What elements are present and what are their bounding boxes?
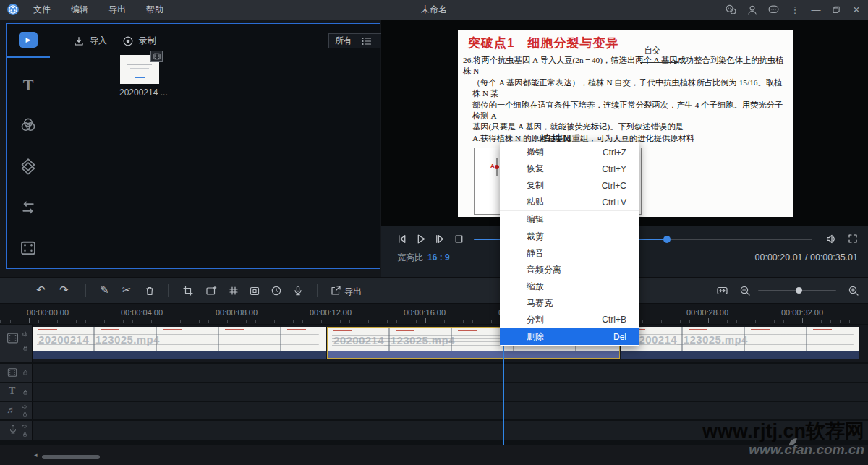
menu-export[interactable]: 导出 — [98, 4, 136, 16]
mosaic-icon[interactable] — [228, 285, 239, 297]
ruler-label: 00:00:00.00 — [24, 308, 72, 317]
volume-icon[interactable] — [825, 233, 838, 245]
freeze-frame-icon[interactable] — [249, 285, 260, 297]
menu-item-edit[interactable]: 编辑 — [500, 210, 639, 228]
menu-item-copy[interactable]: 复制Ctrl+C — [500, 177, 639, 194]
tab-text[interactable]: T — [7, 76, 50, 95]
menu-item-redo[interactable]: 恢复Ctrl+Y — [500, 161, 639, 177]
menu-item-mute[interactable]: 静音 — [500, 245, 639, 262]
stop-button[interactable] — [453, 233, 465, 245]
context-menu: 撤销Ctrl+Z 恢复Ctrl+Y 复制Ctrl+C 粘贴Ctrl+V 编辑 裁… — [500, 142, 639, 346]
menu-edit[interactable]: 编辑 — [61, 4, 98, 16]
menu-item-mosaic[interactable]: 马赛克 — [500, 295, 639, 312]
user-account-icon[interactable] — [746, 4, 758, 16]
timeline-zoom-handle[interactable] — [796, 287, 802, 294]
scroll-left-arrow[interactable]: ◂ — [34, 451, 38, 458]
track-lock-icon[interactable] — [22, 411, 28, 417]
track-mute-icon[interactable] — [22, 330, 29, 338]
timeline-toolbar: ↶ ↷ ✎ ✂ 导出 — [0, 277, 868, 304]
track-mute-icon[interactable] — [22, 404, 28, 410]
export-button[interactable]: 导出 — [344, 286, 362, 298]
ruler-label: 00:00:32.00 — [778, 308, 826, 317]
media-item-name: 20200214 ... — [119, 88, 168, 98]
menu-item-paste[interactable]: 粘贴Ctrl+V — [500, 194, 639, 210]
tab-filters[interactable] — [7, 116, 50, 132]
wechat-icon[interactable] — [725, 4, 737, 16]
filters-icon — [20, 116, 36, 132]
text-track[interactable]: T — [0, 383, 868, 401]
horizontal-scrollbar-thumb[interactable] — [42, 455, 100, 459]
minimize-button[interactable]: — — [810, 4, 822, 15]
app-logo-icon — [7, 3, 20, 16]
next-frame-button[interactable] — [433, 233, 446, 245]
fullscreen-icon[interactable] — [847, 233, 859, 244]
diagram-selfcross-label: 自交 — [644, 45, 660, 56]
transitions-icon — [20, 200, 37, 216]
timeline-ruler[interactable]: 00:00:00.00 00:00:04.00 00:00:08.00 00:0… — [0, 304, 868, 324]
zoom-out-icon[interactable] — [739, 285, 751, 297]
track-lock-icon[interactable] — [22, 369, 29, 376]
clip-filename: 20200214_123025.mp4 — [38, 333, 160, 346]
overlay-track[interactable] — [0, 364, 868, 382]
menu-item-crop[interactable]: 裁剪 — [500, 228, 639, 244]
list-view-icon[interactable] — [361, 35, 373, 47]
redo-icon[interactable]: ↷ — [59, 283, 69, 297]
track-mute-icon[interactable] — [22, 423, 28, 430]
voiceover-track-header — [0, 421, 33, 440]
text-track-icon: T — [9, 385, 15, 397]
menu-item-zoom[interactable]: 缩放 — [500, 278, 639, 295]
aspect-ratio-value[interactable]: 16 : 9 — [427, 252, 450, 263]
music-track-header: ♬ — [0, 402, 33, 419]
undo-icon[interactable]: ↶ — [36, 283, 46, 297]
elements-icon — [20, 239, 37, 257]
track-lock-icon[interactable] — [22, 388, 29, 396]
tab-media[interactable]: ▶ — [7, 24, 50, 58]
doc-heading: 突破点1 细胞分裂与变异 — [468, 35, 618, 51]
fit-timeline-icon[interactable] — [716, 285, 728, 297]
ruler-label: 00:00:28.00 — [684, 308, 731, 317]
seek-handle[interactable] — [663, 236, 671, 243]
duration-clock-icon[interactable] — [271, 285, 282, 297]
cut-scissors-icon[interactable]: ✂ — [122, 283, 132, 297]
menu-item-delete[interactable]: 删除Del — [500, 328, 639, 345]
media-item-badge-icon — [150, 51, 163, 62]
tab-elements[interactable] — [7, 239, 50, 257]
crop-icon[interactable] — [182, 285, 194, 297]
more-menu-icon[interactable]: ⋮ — [789, 4, 801, 15]
maximize-button[interactable] — [831, 4, 841, 15]
video-editor-window: 文件 编辑 导出 帮助 未命名 ⋮ — ✕ ▶ T — [0, 0, 868, 465]
video-track-icon — [7, 332, 19, 344]
close-button[interactable]: ✕ — [851, 4, 862, 15]
export-icon[interactable] — [330, 285, 341, 297]
record-button[interactable]: 录制 — [122, 35, 156, 47]
menu-item-undo[interactable]: 撤销Ctrl+Z — [500, 144, 639, 161]
track-lock-icon[interactable] — [22, 431, 28, 438]
voiceover-mic-icon[interactable] — [292, 285, 304, 297]
menu-file[interactable]: 文件 — [23, 4, 61, 16]
menu-item-split[interactable]: 分割Ctrl+B — [500, 312, 639, 328]
timeline-clip-1[interactable]: 20200214_123025.mp4 — [33, 327, 326, 359]
previous-frame-button[interactable] — [396, 233, 408, 245]
track-lock-icon[interactable] — [22, 344, 29, 351]
music-track[interactable]: ♬ — [0, 402, 868, 419]
zoom-region-icon[interactable] — [205, 285, 217, 297]
video-track: 20200214_123025.mp4 20200214_123025.mp4 … — [0, 325, 868, 362]
overlay-track-header — [0, 364, 33, 382]
aspect-ratio-label: 宽高比 — [397, 252, 423, 263]
timecode: 00:00:20.01 / 00:00:35.01 — [755, 252, 859, 263]
timeline-clip-3[interactable]: 20200214_123025.mp4 — [621, 327, 859, 359]
delete-trash-icon[interactable] — [144, 285, 156, 297]
zoom-in-icon[interactable] — [848, 285, 859, 297]
tab-overlays[interactable] — [7, 158, 50, 175]
voiceover-track-icon — [8, 425, 18, 435]
media-tab-icon: ▶ — [19, 32, 38, 48]
play-button[interactable] — [414, 233, 427, 245]
record-icon — [122, 35, 134, 47]
import-button[interactable]: 导入 — [73, 35, 107, 47]
menu-item-audio-detach[interactable]: 音频分离 — [500, 262, 639, 278]
menu-help[interactable]: 帮助 — [136, 4, 174, 16]
feedback-icon[interactable] — [767, 4, 780, 16]
clip-filename: 20200214_123025.mp4 — [626, 333, 748, 346]
edit-pencil-icon[interactable]: ✎ — [100, 283, 109, 297]
tab-transitions[interactable] — [7, 200, 50, 216]
